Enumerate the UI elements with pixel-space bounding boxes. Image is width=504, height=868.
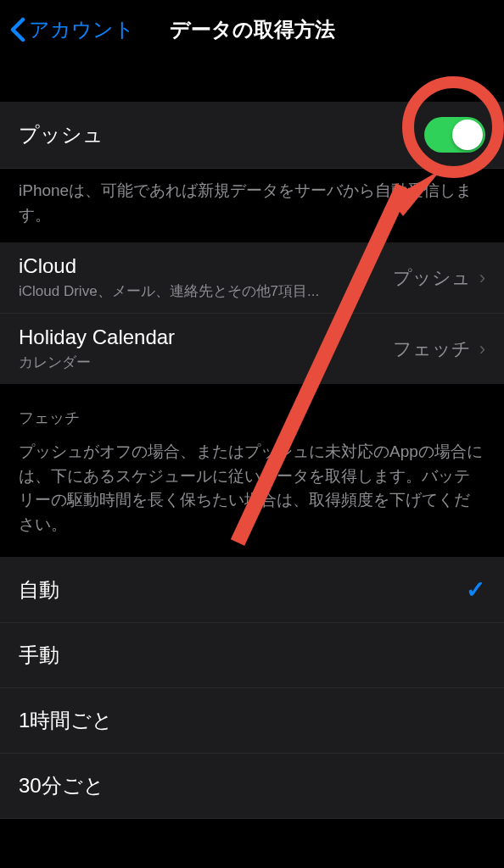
chevron-right-icon: › (479, 267, 485, 289)
fetch-description: プッシュがオフの場合、またはプッシュに未対応のAppの場合には、下にあるスケジュ… (0, 437, 504, 557)
spacer (0, 59, 504, 102)
account-title: iCloud (19, 254, 393, 278)
chevron-left-icon (10, 17, 25, 42)
push-description: iPhoneは、可能であれば新規データをサーバから自動受信します。 (0, 169, 504, 242)
fetch-option-manual[interactable]: 手動 (0, 623, 504, 688)
navigation-bar: アカウント データの取得方法 (0, 0, 504, 59)
toggle-knob (452, 120, 483, 150)
fetch-option-hourly[interactable]: 1時間ごと (0, 688, 504, 754)
account-mode: フェッチ (393, 337, 471, 362)
account-subtitle: iCloud Drive、メール、連絡先とその他7項目... (19, 281, 393, 301)
account-row-holiday[interactable]: Holiday Calendar カレンダー フェッチ › (0, 314, 504, 384)
fetch-option-label: 1時間ごと (19, 707, 113, 734)
back-label: アカウント (29, 16, 135, 43)
push-toggle-row: プッシュ (0, 102, 504, 169)
fetch-option-label: 自動 (19, 576, 59, 604)
fetch-section-header: フェッチ (0, 384, 504, 437)
account-subtitle: カレンダー (19, 353, 393, 372)
account-mode: プッシュ (393, 265, 471, 291)
back-button[interactable]: アカウント (10, 16, 135, 43)
account-title: Holiday Calendar (19, 326, 393, 349)
account-mode-container: フェッチ › (393, 337, 485, 362)
account-info: Holiday Calendar カレンダー (19, 326, 393, 372)
fetch-option-label: 30分ごと (19, 772, 104, 799)
checkmark-icon: ✓ (466, 576, 485, 604)
fetch-option-30min[interactable]: 30分ごと (0, 754, 504, 819)
account-row-icloud[interactable]: iCloud iCloud Drive、メール、連絡先とその他7項目... プッ… (0, 242, 504, 314)
account-info: iCloud iCloud Drive、メール、連絡先とその他7項目... (19, 254, 393, 301)
push-label: プッシュ (19, 121, 104, 148)
account-mode-container: プッシュ › (393, 265, 485, 291)
fetch-option-label: 手動 (19, 642, 59, 669)
fetch-option-auto[interactable]: 自動 ✓ (0, 557, 504, 623)
chevron-right-icon: › (479, 338, 485, 360)
push-toggle[interactable] (424, 117, 485, 153)
page-title: データの取得方法 (170, 16, 335, 43)
